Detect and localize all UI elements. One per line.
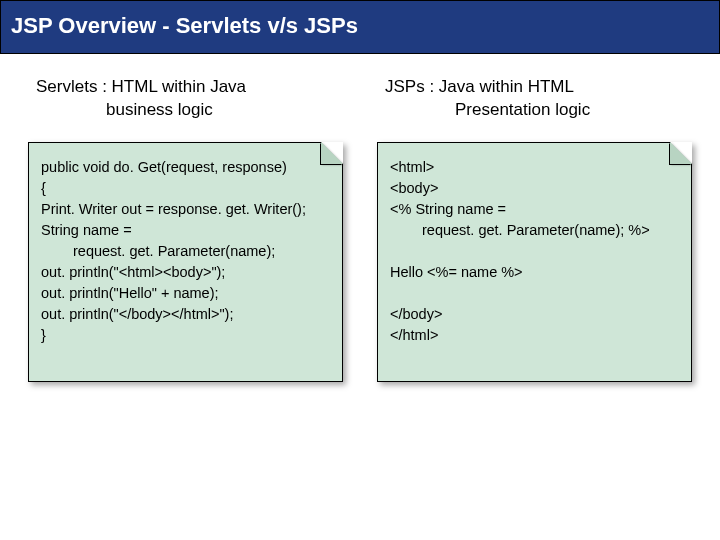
code-line: out. println("</body></html>"); [41, 304, 330, 325]
right-header-line2: Presentation logic [385, 99, 684, 122]
right-column-header: JSPs : Java within HTML Presentation log… [377, 72, 692, 142]
blank-line [390, 241, 679, 262]
code-line: Hello <%= name %> [390, 262, 679, 283]
left-column-header: Servlets : HTML within Java business log… [28, 72, 343, 142]
left-header-line2: business logic [36, 99, 335, 122]
right-code-note: <html> <body> <% String name = request. … [377, 142, 692, 382]
code-line: request. get. Parameter(name); [41, 241, 330, 262]
code-line: Print. Writer out = response. get. Write… [41, 199, 330, 220]
code-line: </body> [390, 304, 679, 325]
code-line: String name = [41, 220, 330, 241]
slide-title: JSP Overview - Servlets v/s JSPs [11, 13, 709, 39]
left-code-note: public void do. Get(request, response) {… [28, 142, 343, 382]
left-header-line1: Servlets : HTML within Java [36, 76, 335, 99]
code-line: <body> [390, 178, 679, 199]
right-header-line1: JSPs : Java within HTML [385, 76, 684, 99]
left-column: Servlets : HTML within Java business log… [28, 72, 343, 382]
slide-title-bar: JSP Overview - Servlets v/s JSPs [0, 0, 720, 54]
code-line: out. println("<html><body>"); [41, 262, 330, 283]
code-line: out. println("Hello" + name); [41, 283, 330, 304]
code-line: <% String name = [390, 199, 679, 220]
code-line: public void do. Get(request, response) [41, 157, 330, 178]
code-line: request. get. Parameter(name); %> [390, 220, 679, 241]
slide-content: Servlets : HTML within Java business log… [0, 54, 720, 382]
code-line: { [41, 178, 330, 199]
code-line: </html> [390, 325, 679, 346]
code-line: <html> [390, 157, 679, 178]
right-column: JSPs : Java within HTML Presentation log… [377, 72, 692, 382]
code-line: } [41, 325, 330, 346]
blank-line [390, 283, 679, 304]
